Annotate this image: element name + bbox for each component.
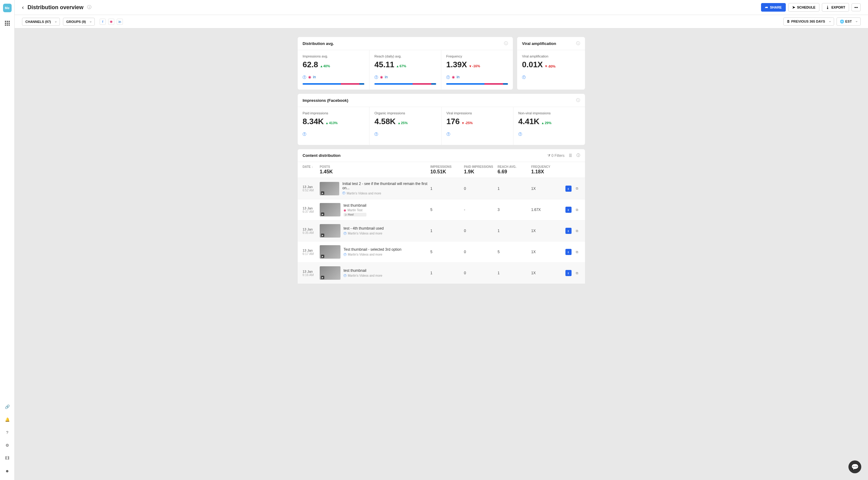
row-copy-button[interactable]: ⧉ — [574, 207, 580, 213]
metric-value: 45.11 — [374, 60, 394, 69]
facebook-icon: ⓕ — [374, 132, 378, 137]
post-source: ⓕ Martin's Videos and more — [344, 232, 383, 236]
facebook-icon: ⓕ — [303, 75, 306, 80]
row-chart-button[interactable]: ⫾ — [565, 270, 571, 276]
row-chart-button[interactable]: ⫾ — [565, 207, 571, 213]
schedule-button[interactable]: ➤SCHEDULE — [788, 3, 820, 11]
back-icon[interactable]: ‹ — [22, 4, 24, 11]
post-thumbnail[interactable] — [320, 182, 339, 196]
help-icon[interactable]: ? — [4, 429, 11, 436]
metric-value: 0.01X — [522, 60, 543, 69]
post-thumbnail[interactable] — [320, 224, 340, 238]
chat-fab[interactable]: 💬 — [848, 460, 861, 473]
instagram-icon: ◉ — [380, 75, 383, 80]
metric-label: Reach (daily) avg. — [374, 54, 436, 58]
table-row[interactable]: 13 Jan6:16 AM test thumbnail ⓕ Martin's … — [298, 263, 585, 284]
cell-paid: 0 — [464, 271, 498, 275]
facebook-icon[interactable]: f — [100, 19, 106, 25]
linkedin-icon: in — [385, 75, 388, 80]
metric-value: 8.34K — [303, 117, 324, 126]
row-date: 13 Jan6:16 AM — [303, 270, 320, 277]
trend-badge: ▾ -16% — [469, 64, 480, 68]
apps-icon[interactable] — [4, 20, 11, 27]
row-copy-button[interactable]: ⧉ — [574, 186, 580, 192]
row-copy-button[interactable]: ⧉ — [574, 249, 580, 255]
info-icon[interactable]: ⓘ — [87, 5, 91, 10]
svg-rect-7 — [7, 25, 8, 26]
post-source: ⓕ Martin's Videos and more — [344, 252, 401, 257]
instagram-icon: ◉ — [308, 75, 311, 80]
info-icon[interactable]: ⓘ — [577, 153, 580, 158]
row-date: 13 Jan6:35 AM — [303, 228, 320, 235]
info-icon[interactable]: ⓘ — [576, 41, 580, 46]
post-title: test thumbnail — [344, 203, 367, 208]
gear-icon[interactable]: ⚙ — [4, 442, 11, 449]
post-thumbnail[interactable] — [320, 245, 340, 259]
groups-dropdown[interactable]: GROUPS (9) — [63, 18, 95, 26]
metric: Reach (daily) avg. 45.11 ▴ 67% ⓕ ◉ in — [370, 50, 441, 90]
filter-icon: ⧩ — [548, 153, 551, 158]
share-button[interactable]: ➦SHARE — [761, 3, 786, 11]
metric: Frequency 1.39X ▾ -16% ⓕ ◉ in — [441, 50, 513, 90]
metric-value: 1.39X — [446, 60, 467, 69]
table-row[interactable]: 13 Jan6:52 AM Initial test 2 - see if th… — [298, 178, 585, 199]
metric-label: Viral amplification — [522, 54, 580, 58]
posts-total: 1.45K — [320, 169, 430, 175]
metric: Paid impressions 8.34K ▴ 413% ⓕ — [298, 107, 370, 145]
svg-rect-1 — [7, 21, 8, 22]
daterange-dropdown[interactable]: 🗓PREVIOUS 365 DAYS — [783, 18, 834, 26]
impressions-facebook-card: Impressions (Facebook) ⓘ Paid impression… — [298, 94, 585, 145]
linkedin-icon: in — [313, 75, 316, 80]
link-icon[interactable]: 🔗 — [4, 403, 11, 410]
post-title: test thumbnail — [344, 268, 382, 273]
content-distribution-card: Content distribution ⧩ 0 Filters ☰ ⓘ DAT… — [298, 149, 585, 284]
cell-paid: 0 — [464, 229, 498, 233]
view-toggle[interactable]: ☰ — [569, 153, 572, 158]
cell-reach: 3 — [498, 208, 531, 212]
library-icon[interactable]: 🎞 — [4, 454, 11, 462]
page-title: Distribution overview — [28, 4, 84, 11]
channels-dropdown[interactable]: CHANNELS (97) — [22, 18, 60, 26]
filters-button[interactable]: ⧩ 0 Filters — [548, 153, 564, 158]
metric-value: 176 — [446, 117, 460, 126]
bell-icon[interactable]: 🔔 — [4, 416, 11, 423]
export-button[interactable]: ⭳EXPORT — [822, 3, 849, 11]
brand-logo[interactable]: Me — [3, 4, 11, 12]
sort-icon[interactable]: ↓ — [311, 165, 313, 169]
card-title: Content distribution — [303, 153, 340, 158]
svg-rect-6 — [5, 25, 6, 26]
table-row[interactable]: 13 Jan6:37 AM test thumbnail ◉ Martin Te… — [298, 199, 585, 220]
row-chart-button[interactable]: ⫾ — [565, 228, 571, 234]
cell-frequency: 1X — [531, 229, 562, 233]
row-chart-button[interactable]: ⫾ — [565, 249, 571, 255]
metric-label: Organic impressions — [374, 111, 436, 115]
linkedin-icon[interactable]: in — [117, 19, 123, 25]
instagram-icon[interactable]: ◉ — [108, 19, 114, 25]
left-rail: Me 🔗 🔔 ? ⚙ 🎞 ☻ — [0, 0, 15, 480]
table-row[interactable]: 13 Jan6:17 AM Test thumbnail - selected … — [298, 242, 585, 263]
row-copy-button[interactable]: ⧉ — [574, 228, 580, 234]
post-thumbnail[interactable] — [320, 203, 340, 216]
table-row[interactable]: 13 Jan6:35 AM test - 4th thumbnail used … — [298, 220, 585, 242]
trend-badge: ▴ 25% — [398, 121, 408, 125]
timezone-dropdown[interactable]: 🌐EST — [837, 18, 861, 26]
post-source: ⓕ Martin's Videos and more — [344, 274, 382, 278]
more-button[interactable]: ••• — [851, 3, 861, 11]
info-icon[interactable]: ⓘ — [504, 41, 508, 46]
card-title: Impressions (Facebook) — [303, 98, 348, 103]
cell-impressions: 5 — [430, 208, 464, 212]
send-icon: ➤ — [792, 5, 795, 9]
trend-badge: ▴ 413% — [326, 121, 337, 125]
metric-label: Frequency — [446, 54, 508, 58]
reel-badge: ▷ Reel — [344, 213, 367, 216]
row-chart-button[interactable]: ⫾ — [565, 186, 571, 192]
post-thumbnail[interactable] — [320, 266, 340, 280]
row-date: 13 Jan6:17 AM — [303, 248, 320, 256]
info-icon[interactable]: ⓘ — [576, 97, 580, 103]
avatar-icon[interactable]: ☻ — [4, 467, 11, 475]
row-copy-button[interactable]: ⧉ — [574, 270, 580, 276]
metric-label: Viral impressions — [446, 111, 508, 115]
distribution-bar — [374, 83, 436, 85]
metric: Impressions avg. 62.8 ▴ 40% ⓕ ◉ in — [298, 50, 370, 90]
paid-total: 1.9K — [464, 169, 498, 175]
